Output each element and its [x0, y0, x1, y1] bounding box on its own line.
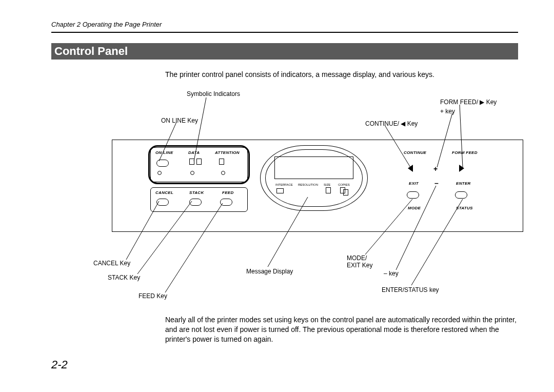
indicator-dot	[190, 171, 194, 175]
message-display-screen	[274, 156, 353, 179]
label-exit: EXIT	[409, 181, 419, 186]
label-continue: CONTINUE	[404, 150, 426, 155]
callout-enter-status-key: ENTER/STATUS key	[382, 286, 439, 293]
formfeed-arrow-icon[interactable]	[459, 165, 464, 172]
callout-stack-key: STACK Key	[108, 274, 140, 281]
data-icon	[189, 159, 194, 165]
label-copies: COPIES	[338, 183, 350, 186]
data-icon-2	[196, 159, 202, 165]
intro-text: The printer control panel consists of in…	[165, 70, 517, 80]
outro-text: Nearly all of the printer modes set usin…	[165, 315, 517, 344]
callout-feed-key: FEED Key	[138, 292, 167, 300]
mode-exit-button[interactable]	[407, 191, 419, 199]
interface-icon	[276, 188, 284, 193]
page-number: 2-2	[51, 358, 68, 371]
plus-button[interactable]: +	[433, 165, 438, 173]
label-status: STATUS	[456, 206, 473, 210]
callout-message-display: Message Display	[246, 268, 293, 275]
minus-button[interactable]: –	[434, 179, 439, 187]
copies-icon-2	[343, 189, 348, 195]
stack-button[interactable]	[189, 199, 202, 206]
callout-formfeed-key: FORM FEED/ ▶ Key	[440, 99, 497, 106]
label-interface: INTERFACE	[275, 183, 293, 186]
callout-online-key: ON LINE Key	[161, 117, 198, 124]
cancel-button[interactable]	[156, 199, 169, 206]
continue-arrow-icon[interactable]	[408, 165, 413, 172]
label-feed: FEED	[222, 190, 234, 195]
label-data: DATA	[188, 150, 200, 155]
attention-icon	[219, 159, 224, 165]
control-panel-figure: Symbolic Indicators ON LINE Key FORM FEE…	[93, 90, 514, 306]
label-cancel: CANCEL	[155, 190, 173, 195]
enter-status-button[interactable]	[455, 191, 467, 199]
label-mode: MODE	[408, 206, 421, 210]
top-rule	[51, 32, 518, 33]
size-icon	[326, 187, 331, 193]
label-stack: STACK	[189, 190, 204, 195]
label-size: SIZE	[324, 183, 330, 186]
chapter-header: Chapter 2 Operating the Page Printer	[51, 21, 162, 28]
indicator-dot	[221, 171, 225, 175]
indicator-dot	[157, 171, 162, 175]
callout-mode-exit-key: MODE/ EXIT Key	[347, 254, 372, 269]
feed-button[interactable]	[220, 199, 232, 206]
callout-symbolic-indicators: Symbolic Indicators	[187, 90, 240, 97]
printer-panel: ON LINE DATA ATTENTION CANCEL STACK FEED…	[112, 140, 523, 232]
callout-cancel-key: CANCEL Key	[93, 260, 130, 267]
label-enter: ENTER	[456, 181, 471, 186]
online-button[interactable]	[156, 160, 169, 167]
callout-continue-key: CONTINUE/ ◀ Key	[365, 120, 418, 127]
callout-plus-key: + key	[440, 108, 455, 115]
label-resolution: RESOLUTION	[298, 183, 318, 186]
label-formfeed: FORM FEED	[452, 150, 478, 155]
label-online: ON LINE	[155, 150, 173, 155]
callout-minus-key: – key	[384, 270, 399, 277]
label-attention: ATTENTION	[215, 150, 240, 155]
section-title: Control Panel	[51, 43, 518, 60]
